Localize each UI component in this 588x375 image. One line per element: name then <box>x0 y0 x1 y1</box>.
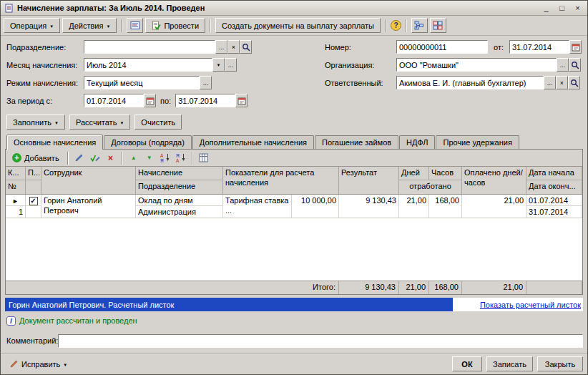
toolbar-separator <box>406 19 407 32</box>
tab-contracts[interactable]: Договоры (подряда) <box>104 135 192 149</box>
payroll-document-window: Начисление зарплаты: За Июль 2014. Прове… <box>0 0 588 375</box>
finish-edit-button[interactable] <box>88 151 102 165</box>
clear-button[interactable]: Очистить <box>134 115 182 130</box>
mode-choose-button[interactable]: ... <box>200 76 212 89</box>
ellipsis-icon: ... <box>228 62 234 69</box>
row-number-cell: 1 <box>6 206 26 218</box>
responsible-choose-button[interactable]: ... <box>544 76 556 89</box>
organization-search-button[interactable] <box>569 58 581 72</box>
title-bar: Начисление зарплаты: За Июль 2014. Прове… <box>1 1 587 16</box>
tab-additional-accruals[interactable]: Дополнительные начисления <box>192 135 314 149</box>
svg-text:А: А <box>176 158 180 162</box>
document-info-text: Документ рассчитан и проведен <box>19 316 137 325</box>
period-to-input[interactable] <box>175 94 235 107</box>
current-row-marker-icon: ► <box>12 198 19 205</box>
move-up-button[interactable]: ▲ <box>127 151 141 165</box>
date-end-cell: 31.07.2014 <box>526 206 582 218</box>
month-dropdown-button[interactable]: ▼ <box>212 58 225 72</box>
month-input[interactable] <box>84 58 212 72</box>
month-label: Месяц начисления: <box>6 61 84 69</box>
clear-icon: × <box>232 44 235 51</box>
department-input[interactable] <box>84 40 215 54</box>
operation-menu-button[interactable]: Операция ▼ <box>4 18 60 33</box>
table-row[interactable]: ► 1 ✓ Горин Анатолий Петрович Оклад по д… <box>6 195 582 218</box>
actions-menu-button[interactable]: Действия ▼ <box>62 18 117 33</box>
move-down-button[interactable]: ▼ <box>142 151 157 165</box>
delete-row-button[interactable]: × <box>104 151 118 165</box>
totals-empty <box>526 281 582 294</box>
close-window-button[interactable]: Закрыть <box>537 356 583 371</box>
toolbar-separator <box>210 19 211 32</box>
maximize-button[interactable]: □ <box>556 3 568 14</box>
close-button[interactable]: × <box>572 3 584 14</box>
tab-label: Прочие удержания <box>443 138 511 147</box>
column-header-department: Подразделение <box>136 180 223 194</box>
document-date-input[interactable] <box>509 40 569 54</box>
organization-input[interactable] <box>396 58 557 72</box>
operation-label: Операция <box>10 21 46 30</box>
create-payout-docs-button[interactable]: Создать документы на выплату зарплаты <box>215 18 381 33</box>
column-header-result: Результат <box>339 167 399 194</box>
fix-label: Исправить <box>21 360 60 369</box>
comment-input[interactable] <box>58 334 583 348</box>
post-document-label: Провести <box>164 21 199 30</box>
ok-button[interactable]: ОК <box>452 356 482 371</box>
sort-descending-button[interactable]: ЯА <box>174 151 188 165</box>
tab-other-deductions[interactable]: Прочие удержания <box>436 135 519 149</box>
employee-cell: Горин Анатолий Петрович <box>41 195 136 218</box>
report-button[interactable] <box>127 18 143 33</box>
period-from-calendar-button[interactable] <box>144 94 156 107</box>
post-document-button[interactable]: Провести <box>145 18 205 33</box>
tab-label: Погашение займов <box>322 138 391 147</box>
subordination-structure-button[interactable] <box>411 18 428 33</box>
organization-choose-button[interactable]: ... <box>557 58 569 72</box>
mode-input[interactable] <box>84 76 200 89</box>
chevron-down-icon: ▼ <box>217 63 221 67</box>
show-payslip-link[interactable]: Показать расчетный листок <box>480 301 581 309</box>
department-search-button[interactable] <box>240 40 252 54</box>
chevron-down-icon: ▼ <box>49 24 54 29</box>
chevron-down-icon: ▼ <box>54 121 59 125</box>
add-row-label: Добавить <box>24 154 59 162</box>
period-from-input[interactable] <box>84 94 144 107</box>
row-checkbox[interactable]: ✓ <box>29 197 38 205</box>
responsible-search-button[interactable] <box>568 76 580 89</box>
current-row-cell: ► <box>6 195 26 206</box>
add-row-button[interactable]: + Добавить <box>8 151 64 165</box>
fix-button[interactable]: Исправить ▼ <box>5 357 72 371</box>
tab-loan-repayment[interactable]: Погашение займов <box>315 135 398 149</box>
responsible-clear-button[interactable]: × <box>556 76 568 89</box>
chevron-down-icon: ▼ <box>63 363 67 367</box>
period-to-calendar-button[interactable] <box>235 94 248 107</box>
save-button[interactable]: Записать <box>486 356 533 371</box>
tab-label: Дополнительные начисления <box>200 138 307 147</box>
postings-dtkt-button[interactable] <box>430 18 446 33</box>
sort-ascending-button[interactable]: АЯ <box>158 151 172 165</box>
document-date-calendar-button[interactable] <box>569 40 582 54</box>
toolbar-separator <box>385 19 386 32</box>
pencil-icon <box>74 153 84 162</box>
responsible-input[interactable] <box>396 76 544 89</box>
number-input[interactable] <box>396 40 488 54</box>
accruals-tab-panel: + Добавить × ▲ ▼ АЯ ЯА <box>5 149 583 295</box>
month-choose-button[interactable]: ... <box>225 58 237 72</box>
table-empty-area[interactable] <box>6 218 582 281</box>
edit-row-button[interactable] <box>72 151 87 165</box>
department-choose-button[interactable]: ... <box>215 40 227 54</box>
help-icon[interactable]: ? <box>391 20 401 31</box>
form-right-column: Номер: от: Организация: ... Ответственны <box>325 40 583 112</box>
fill-button[interactable]: Заполнить ▼ <box>6 115 65 130</box>
tab-ndfl[interactable]: НДФЛ <box>399 135 435 149</box>
tab-main-accruals[interactable]: Основные начисления <box>6 135 103 150</box>
calculate-button[interactable]: Рассчитать ▼ <box>69 115 130 130</box>
department-clear-button[interactable]: × <box>227 40 240 54</box>
hours-cell: 168,00 <box>429 195 462 218</box>
toolbar-separator <box>121 19 122 32</box>
column-header-empty <box>26 180 41 194</box>
column-header-accrual: Начисление <box>136 167 223 180</box>
toolbar-separator <box>122 152 123 165</box>
tab-label: НДФЛ <box>406 138 428 147</box>
payslip-link-area: Показать расчетный листок <box>453 298 583 311</box>
minimize-button[interactable]: _ <box>540 3 552 14</box>
list-settings-button[interactable] <box>197 151 211 165</box>
